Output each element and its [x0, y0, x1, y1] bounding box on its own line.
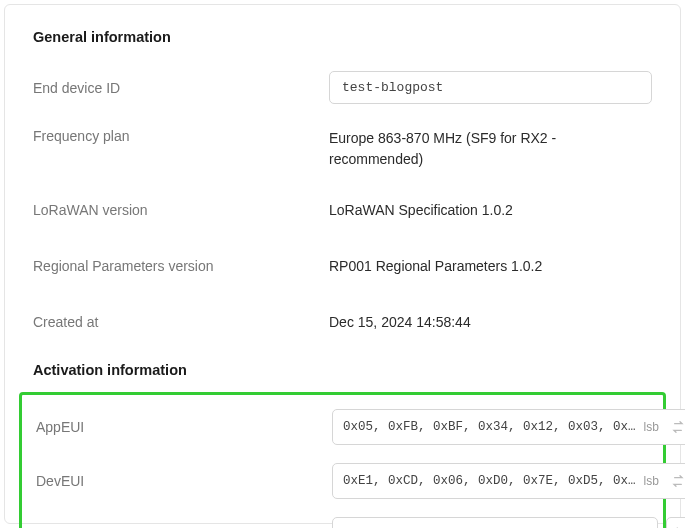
- swap-icon[interactable]: [629, 524, 651, 528]
- created-at-label: Created at: [33, 314, 329, 330]
- lorawan-version-value: LoRaWAN Specification 1.0.2: [329, 200, 513, 221]
- device-id-input[interactable]: [329, 71, 652, 104]
- swap-icon[interactable]: [667, 470, 685, 492]
- row-regional-params: Regional Parameters version RP001 Region…: [33, 250, 652, 282]
- regional-params-label: Regional Parameters version: [33, 258, 329, 274]
- deveui-field[interactable]: 0xE1, 0xCD, 0x06, 0xD0, 0x7E, 0xD5, 0x… …: [332, 463, 685, 499]
- deveui-value: 0xE1, 0xCD, 0x06, 0xD0, 0x7E, 0xD5, 0x…: [343, 474, 636, 488]
- row-appeui: AppEUI 0x05, 0xFB, 0xBF, 0x34, 0x12, 0x0…: [22, 409, 663, 445]
- row-created-at: Created at Dec 15, 2024 14:58:44: [33, 306, 652, 338]
- created-at-value: Dec 15, 2024 14:58:44: [329, 312, 471, 333]
- frequency-plan-label: Frequency plan: [33, 128, 329, 144]
- row-deveui: DevEUI 0xE1, 0xCD, 0x06, 0xD0, 0x7E, 0xD…: [22, 463, 663, 499]
- swap-icon[interactable]: [667, 416, 685, 438]
- activation-info-title: Activation information: [33, 362, 652, 378]
- deveui-byte-order-toggle[interactable]: lsb: [642, 474, 661, 488]
- appkey-field[interactable]: 0xA2, 0x96, 0xFC, 0x20, 0x62, 0xE… msb: [332, 517, 658, 528]
- general-info-title: General information: [33, 29, 652, 45]
- appeui-label: AppEUI: [36, 419, 332, 435]
- row-frequency-plan: Frequency plan Europe 863-870 MHz (SF9 f…: [33, 128, 652, 170]
- appeui-field[interactable]: 0x05, 0xFB, 0xBF, 0x34, 0x12, 0x03, 0x… …: [332, 409, 685, 445]
- device-panel: General information End device ID Freque…: [4, 4, 681, 524]
- frequency-plan-value: Europe 863-870 MHz (SF9 for RX2 - recomm…: [329, 128, 629, 170]
- lorawan-version-label: LoRaWAN version: [33, 202, 329, 218]
- row-device-id: End device ID: [33, 71, 652, 104]
- appkey-field-wrap: 0xA2, 0x96, 0xFC, 0x20, 0x62, 0xE… msb: [332, 517, 685, 528]
- deveui-label: DevEUI: [36, 473, 332, 489]
- appeui-value: 0x05, 0xFB, 0xBF, 0x34, 0x12, 0x03, 0x…: [343, 420, 636, 434]
- regional-params-value: RP001 Regional Parameters 1.0.2: [329, 256, 542, 277]
- row-lorawan-version: LoRaWAN version LoRaWAN Specification 1.…: [33, 194, 652, 226]
- visibility-toggle-button[interactable]: [666, 517, 685, 528]
- activation-highlight: AppEUI 0x05, 0xFB, 0xBF, 0x34, 0x12, 0x0…: [19, 392, 666, 528]
- appeui-byte-order-toggle[interactable]: lsb: [642, 420, 661, 434]
- row-appkey: AppKey 0xA2, 0x96, 0xFC, 0x20, 0x62, 0xE…: [22, 517, 663, 528]
- device-id-label: End device ID: [33, 80, 329, 96]
